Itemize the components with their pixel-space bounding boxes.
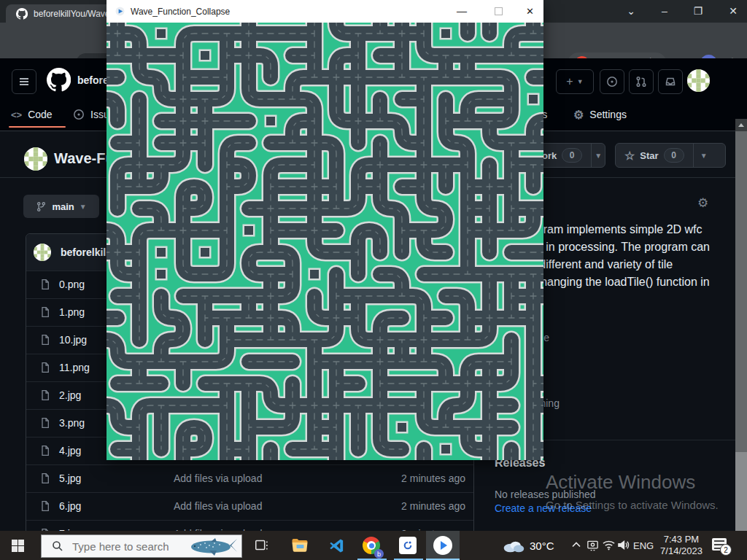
browser-minimize-button[interactable]: – (650, 1, 679, 20)
commit-message-link[interactable]: Add files via upload (174, 472, 262, 484)
gear-icon: ⚙ (573, 108, 584, 122)
tab-settings[interactable]: ⚙ Settings (573, 106, 627, 122)
file-icon (39, 445, 51, 456)
processing-ide-button[interactable] (391, 531, 425, 560)
notification-badge: 2 (720, 544, 732, 556)
taskbar: b 30°C ENG 7:43 PM 7/14/2023 2 (0, 531, 747, 560)
star-count: 0 (664, 148, 684, 163)
sketch-minimize-button[interactable]: — (445, 0, 479, 22)
hamburger-menu-button[interactable] (12, 69, 36, 94)
page-scrollbar[interactable] (735, 119, 747, 560)
sketch-window-title: Wave_Function_Collapse (131, 7, 230, 17)
file-row[interactable]: 6.jpg Add files via upload 2 minutes ago (26, 492, 473, 520)
file-name-link[interactable]: 5.jpg (59, 472, 81, 484)
about-settings-gear-icon[interactable]: ⚙ (697, 195, 708, 211)
commit-message-link[interactable]: Add files via upload (174, 500, 262, 512)
task-view-button[interactable] (245, 531, 279, 560)
file-icon (39, 500, 51, 512)
scrollbar-thumb[interactable] (735, 131, 747, 452)
file-name-link[interactable]: 4.jpg (59, 445, 81, 456)
tray-clock[interactable]: 7:43 PM 7/14/2023 (654, 534, 709, 557)
start-button[interactable] (9, 537, 26, 553)
file-name-link[interactable]: 3.png (59, 417, 85, 429)
committer-avatar[interactable] (34, 244, 51, 261)
file-explorer-button[interactable] (283, 531, 317, 560)
tray-time: 7:43 PM (654, 534, 709, 545)
file-icon (39, 334, 51, 346)
file-icon (39, 417, 51, 429)
star-button[interactable]: ☆ Star 0 ▼ (615, 143, 726, 168)
star-icon: ☆ (624, 149, 635, 163)
vscode-button[interactable] (320, 531, 353, 560)
file-icon (39, 279, 51, 290)
taskbar-search[interactable] (41, 534, 242, 558)
fork-count: 0 (562, 148, 582, 163)
task-view-icon (254, 537, 270, 553)
search-icon (52, 540, 63, 552)
active-tab-underline (9, 126, 66, 128)
github-user-avatar[interactable] (687, 69, 710, 92)
inbox-header-button[interactable] (658, 69, 683, 94)
desktop: beforelkillYou/Wave-Function-Collapse ⌄ … (0, 0, 747, 560)
weather-cloud-icon (502, 537, 525, 553)
taskbar-weather[interactable]: 30°C (502, 531, 554, 560)
whale-shark-image (189, 536, 240, 556)
tray-language[interactable]: ENG (633, 540, 654, 551)
browser-close-button[interactable]: ✕ (719, 1, 747, 20)
identicon (687, 69, 710, 92)
search-input[interactable] (71, 540, 190, 553)
sketch-close-button[interactable]: ✕ (516, 0, 543, 22)
pull-requests-header-button[interactable] (629, 69, 654, 94)
branch-selector[interactable]: main ▼ (23, 195, 99, 218)
maximize-icon (495, 7, 503, 15)
vscode-icon (328, 537, 345, 554)
chrome-taskbar-button[interactable]: b (355, 531, 388, 560)
sketch-titlebar[interactable]: Wave_Function_Collapse — ✕ (107, 0, 543, 23)
file-name-link[interactable]: 11.png (59, 362, 90, 373)
github-logo[interactable] (47, 68, 71, 92)
pull-request-icon (635, 76, 647, 88)
tab-search-chevron[interactable]: ⌄ (616, 1, 646, 20)
browser-maximize-button[interactable]: ❐ (684, 1, 713, 20)
chevron-down-icon: ▼ (577, 78, 584, 85)
tray-display-icon[interactable] (586, 539, 600, 552)
windows-logo-icon (12, 540, 24, 552)
sketch-window[interactable]: Wave_Function_Collapse — ✕ (107, 0, 543, 460)
sketch-taskbar-button[interactable] (426, 531, 460, 560)
file-row[interactable]: 5.jpg Add files via upload 2 minutes ago (26, 464, 473, 492)
tray-chevron-up-icon[interactable] (571, 541, 581, 548)
tab-code[interactable]: <> Code (11, 106, 53, 122)
github-favicon (16, 8, 28, 20)
circle-dot-icon (606, 76, 618, 88)
star-dropdown[interactable]: ▼ (693, 144, 714, 167)
hamburger-icon (18, 76, 30, 88)
fork-dropdown[interactable]: ▼ (591, 144, 605, 167)
identicon (24, 147, 47, 171)
file-explorer-icon (291, 537, 309, 553)
file-name-link[interactable]: 10.jpg (59, 334, 87, 346)
issues-header-button[interactable] (600, 69, 624, 94)
sketch-maximize-button[interactable] (481, 0, 515, 22)
inbox-icon (665, 76, 676, 88)
file-name-link[interactable]: 0.png (59, 279, 85, 290)
file-name-link[interactable]: 2.jpg (59, 389, 81, 401)
tray-wifi-icon[interactable] (602, 539, 616, 551)
processing-icon (399, 537, 417, 554)
releases-empty-text: No releases published (495, 489, 596, 500)
chrome-profile-badge: b (374, 549, 384, 559)
repo-owner-avatar[interactable] (24, 147, 47, 171)
file-name-link[interactable]: 1.png (59, 306, 85, 318)
scrollbar-up-button[interactable] (735, 119, 747, 131)
identicon (34, 244, 51, 261)
notification-center-button[interactable]: 2 (712, 538, 729, 553)
weather-temp: 30°C (530, 540, 554, 552)
commit-time: 2 minutes ago (401, 472, 465, 484)
create-release-link[interactable]: Create a new release (495, 502, 592, 514)
tray-volume-icon[interactable] (617, 539, 631, 551)
sketch-app-icon (115, 7, 125, 16)
issues-icon (73, 109, 85, 120)
file-icon (39, 306, 51, 318)
file-icon (39, 472, 51, 484)
create-new-button[interactable]: + ▼ (556, 69, 594, 94)
file-name-link[interactable]: 6.jpg (59, 500, 81, 512)
